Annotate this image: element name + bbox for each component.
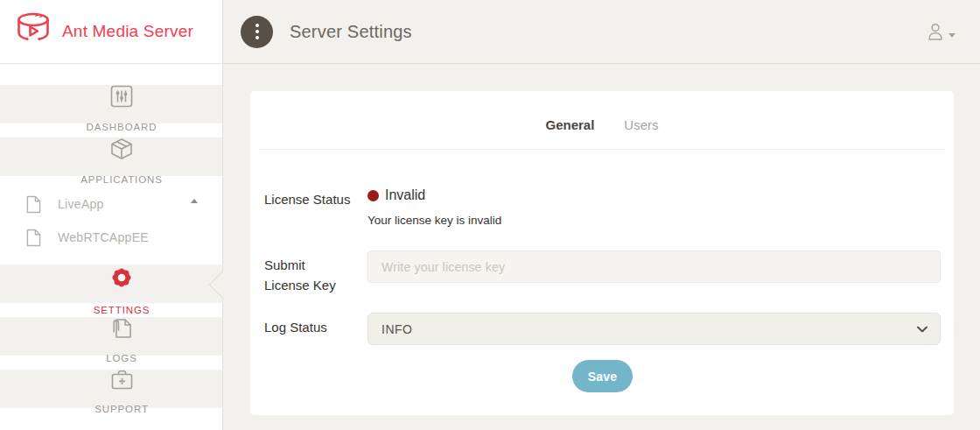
sidebar-item-dashboard[interactable]: DASHBOARD (0, 85, 222, 123)
settings-card: General Users License Status Invalid You… (250, 91, 954, 415)
user-menu[interactable] (926, 22, 956, 41)
chevron-down-icon (948, 33, 956, 38)
sidebar-item-label: WebRTCAppEE (58, 230, 149, 244)
tab-bar: General Users (250, 91, 954, 141)
content: General Users License Status Invalid You… (223, 64, 980, 430)
brand-logo[interactable]: Ant Media Server (0, 0, 222, 64)
sidebar-item-label: LiveApp (58, 197, 104, 211)
log-status-label: Log Status (264, 313, 368, 338)
brand-name: Ant Media Server (62, 22, 193, 41)
status-dot-icon (368, 190, 379, 201)
sidebar-item-applications[interactable]: APPLICATIONS (0, 137, 222, 176)
log-status-row: Log Status INFO (264, 313, 941, 345)
sidebar-item-liveapp[interactable]: LiveApp (0, 187, 222, 221)
ant-media-logo-icon (13, 11, 53, 52)
log-status-select[interactable]: INFO (368, 313, 941, 345)
file-icon (24, 229, 42, 247)
main-area: Server Settings General Users License St… (223, 0, 980, 430)
sidebar-item-label: SUPPORT (94, 404, 149, 414)
sidebar-item-label: DASHBOARD (87, 122, 158, 132)
license-key-row: Submit License Key (264, 250, 941, 295)
save-row: Save (264, 360, 941, 392)
sidebar-item-label: APPLICATIONS (80, 174, 163, 185)
sidebar: Ant Media Server DASHBOARD (0, 0, 223, 430)
support-first-aid-icon (109, 370, 134, 390)
server-settings-form: License Status Invalid Your license key … (250, 150, 954, 392)
sidebar-item-label: SETTINGS (94, 305, 150, 315)
save-button[interactable]: Save (572, 360, 634, 392)
license-status-value: Invalid (385, 187, 425, 203)
tab-general[interactable]: General (545, 117, 594, 132)
user-icon (926, 22, 945, 41)
license-status-label: License Status (264, 185, 368, 210)
gear-icon (109, 264, 134, 291)
license-status-row: License Status Invalid Your license key … (264, 185, 941, 227)
tab-users[interactable]: Users (624, 117, 658, 132)
collapse-caret-icon[interactable] (191, 199, 198, 203)
applications-box-icon (109, 137, 134, 160)
license-key-input[interactable] (368, 250, 941, 283)
sidebar-item-settings[interactable]: SETTINGS (0, 264, 222, 303)
license-key-label: Submit License Key (264, 250, 368, 295)
sidebar-item-logs[interactable]: LOGS (0, 317, 222, 356)
sidebar-item-label: LOGS (106, 353, 137, 363)
top-header: Server Settings (223, 0, 980, 64)
file-icon (24, 195, 42, 214)
sidebar-item-support[interactable]: SUPPORT (0, 370, 222, 408)
page-title: Server Settings (290, 22, 412, 42)
license-status-description: Your license key is invalid (368, 214, 941, 227)
sidebar-nav: DASHBOARD APPLICATIONS LiveAp (0, 64, 222, 408)
sidebar-item-webrtcappee[interactable]: WebRTCAppEE (0, 221, 222, 254)
logs-paper-icon (109, 317, 134, 339)
menu-kebab-button[interactable] (241, 16, 273, 48)
dashboard-sliders-icon (109, 85, 134, 108)
